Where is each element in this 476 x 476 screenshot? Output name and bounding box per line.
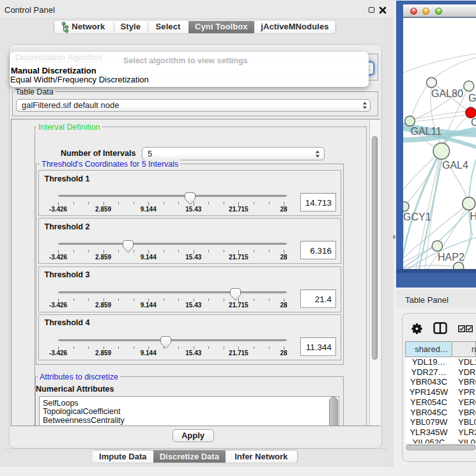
svg-text:HAP2: HAP2 bbox=[438, 252, 464, 263]
svg-text:GAL80: GAL80 bbox=[431, 88, 463, 99]
svg-text:H: H bbox=[470, 211, 476, 222]
svg-text:GAL4: GAL4 bbox=[442, 160, 468, 171]
svg-text:GCY1: GCY1 bbox=[403, 211, 431, 222]
svg-text:G.: G. bbox=[468, 93, 476, 104]
svg-text:C: C bbox=[471, 117, 476, 128]
svg-text:GAL11: GAL11 bbox=[411, 126, 442, 137]
